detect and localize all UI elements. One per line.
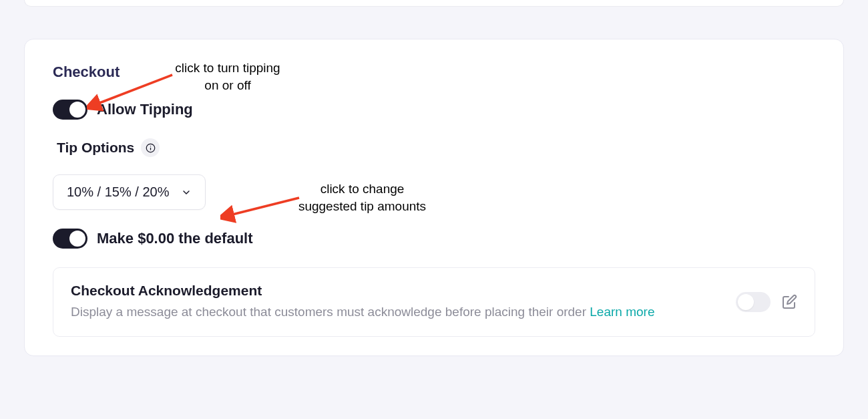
learn-more-link[interactable]: Learn more <box>590 305 654 319</box>
default-zero-label: Make $0.00 the default <box>97 230 253 247</box>
acknowledgement-desc-text: Display a message at checkout that custo… <box>71 305 590 319</box>
chevron-down-icon <box>181 187 192 198</box>
allow-tipping-label: Allow Tipping <box>97 101 193 118</box>
acknowledgement-description: Display a message at checkout that custo… <box>71 303 725 321</box>
acknowledgement-toggle[interactable] <box>736 292 771 312</box>
tip-options-value: 10% / 15% / 20% <box>67 184 169 200</box>
acknowledgement-controls <box>736 292 797 312</box>
checkout-settings-card: Checkout Allow Tipping Tip Options 10% /… <box>24 39 844 356</box>
allow-tipping-toggle[interactable] <box>53 100 87 120</box>
default-zero-toggle[interactable] <box>53 229 87 249</box>
allow-tipping-row: Allow Tipping <box>53 100 815 120</box>
annotation-dropdown-hint: click to change suggested tip amounts <box>294 180 431 215</box>
tip-options-label: Tip Options <box>57 140 134 156</box>
previous-card-edge <box>24 0 844 7</box>
edit-icon[interactable] <box>781 294 797 310</box>
acknowledgement-title: Checkout Acknowledgement <box>71 283 725 299</box>
annotation-toggle-hint: click to turn tipping on or off <box>171 59 284 94</box>
acknowledgement-text: Checkout Acknowledgement Display a messa… <box>71 283 725 321</box>
section-title: Checkout <box>53 63 815 81</box>
acknowledgement-box: Checkout Acknowledgement Display a messa… <box>53 267 815 337</box>
info-icon[interactable] <box>141 138 160 157</box>
svg-point-2 <box>150 146 151 146</box>
tip-options-dropdown[interactable]: 10% / 15% / 20% <box>53 174 206 210</box>
tip-options-heading: Tip Options <box>57 138 815 157</box>
default-zero-row: Make $0.00 the default <box>53 229 815 249</box>
